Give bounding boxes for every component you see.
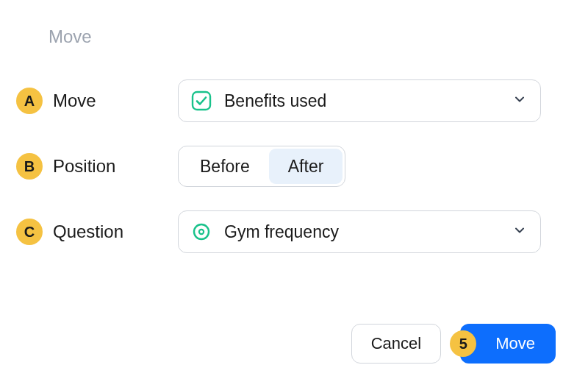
step-badge-5: 5 xyxy=(450,330,476,357)
question-select[interactable]: Gym frequency xyxy=(178,210,541,253)
chevron-down-icon xyxy=(512,223,527,241)
row-question: C Question Gym frequency xyxy=(16,210,556,253)
chevron-down-icon xyxy=(512,92,527,110)
position-segmented-control: Before After xyxy=(178,146,345,187)
move-select-value: Benefits used xyxy=(224,91,512,111)
step-badge-c: C xyxy=(16,219,43,245)
confirm-button-wrap: 5 Move xyxy=(460,324,556,364)
dialog-title: Move xyxy=(49,26,556,47)
step-badge-b: B xyxy=(16,153,43,180)
row-move: A Move Benefits used xyxy=(16,79,556,122)
dialog-footer: Cancel 5 Move xyxy=(351,324,556,364)
position-option-before[interactable]: Before xyxy=(181,149,269,184)
row-position-label: Position xyxy=(53,156,178,177)
cancel-button[interactable]: Cancel xyxy=(351,324,441,364)
position-option-after[interactable]: After xyxy=(269,149,343,184)
radio-target-icon xyxy=(190,221,212,243)
question-select-value: Gym frequency xyxy=(224,222,512,242)
move-dialog: Move A Move Benefits used xyxy=(0,0,588,390)
row-position: B Position Before After xyxy=(16,146,556,187)
svg-rect-0 xyxy=(193,92,210,110)
svg-point-3 xyxy=(200,230,203,233)
row-question-label: Question xyxy=(53,221,178,242)
row-move-label: Move xyxy=(53,91,178,111)
move-select[interactable]: Benefits used xyxy=(178,79,541,122)
checkbox-checked-icon xyxy=(190,90,212,112)
step-badge-a: A xyxy=(16,88,43,114)
